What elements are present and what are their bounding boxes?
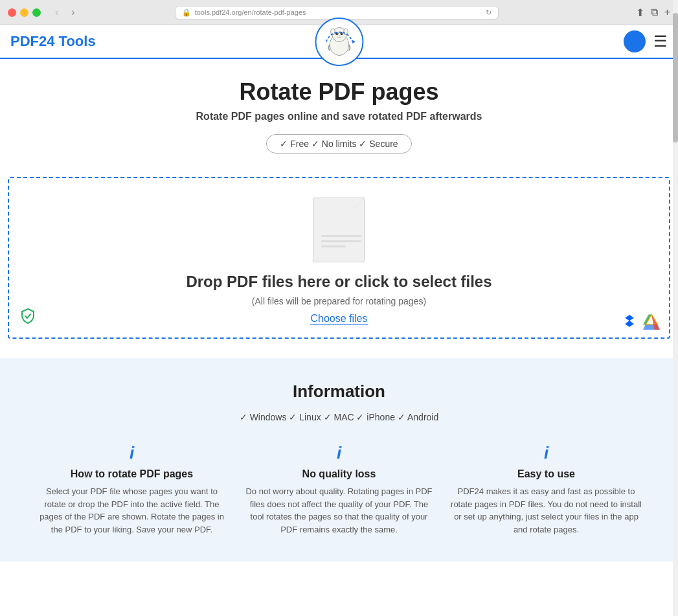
drop-zone-title: Drop PDF files here or click to select f… — [186, 273, 492, 291]
feature-card-quality: i No quality loss Do not worry about qua… — [242, 443, 436, 536]
dropbox-icon[interactable] — [621, 313, 638, 330]
traffic-lights — [8, 8, 41, 17]
info-icon-3: i — [449, 443, 644, 463]
feature-card-easy: i Easy to use PDF24 makes it as easy and… — [449, 443, 644, 536]
platforms: ✓ Windows ✓ Linux ✓ MAC ✓ iPhone ✓ Andro… — [13, 412, 665, 422]
scrollbar-thumb[interactable] — [673, 13, 678, 143]
fullscreen-button[interactable]: ⧉ — [651, 6, 658, 19]
maximize-button[interactable] — [32, 8, 41, 17]
mascot-icon — [321, 24, 357, 60]
feature-card-rotate: i How to rotate PDF pages Select your PD… — [35, 443, 229, 536]
url-text: tools.pdf24.org/en/rotate-pdf-pages — [195, 8, 306, 16]
feature-text-3: PDF24 makes it as easy and fast as possi… — [449, 485, 644, 536]
user-avatar[interactable] — [624, 30, 646, 52]
refresh-icon[interactable]: ↻ — [486, 8, 492, 17]
pdf-file-icon — [310, 191, 368, 262]
svg-marker-14 — [643, 315, 651, 325]
scrollbar-track[interactable] — [673, 0, 678, 562]
close-button[interactable] — [8, 8, 16, 17]
back-button[interactable]: ‹ — [51, 5, 62, 19]
info-title: Information — [13, 382, 665, 402]
feature-text-1: Select your PDF file whose pages you wan… — [35, 485, 229, 536]
page-header: PDF24 Tools — [0, 25, 678, 59]
header-right: ☰ — [624, 30, 668, 52]
new-tab-button[interactable]: + — [664, 6, 670, 19]
svg-marker-12 — [626, 321, 634, 326]
forward-button[interactable]: › — [67, 5, 78, 19]
svg-marker-11 — [626, 315, 634, 321]
security-icon: 🔒 — [182, 8, 191, 17]
google-drive-icon[interactable] — [643, 313, 660, 330]
feature-heading-2: No quality loss — [242, 468, 436, 480]
drop-zone-content: Drop PDF files here or click to select f… — [173, 178, 504, 337]
menu-button[interactable]: ☰ — [653, 32, 668, 51]
svg-marker-9 — [352, 40, 356, 43]
feature-text-2: Do not worry about quality. Rotating pag… — [242, 485, 436, 536]
header-logo-center — [315, 17, 363, 66]
svg-point-8 — [343, 29, 347, 34]
choose-files-link[interactable]: Choose files — [310, 313, 367, 325]
drop-zone-subtitle: (All files will be prepared for rotating… — [186, 296, 492, 306]
hero-section: Rotate PDF pages Rotate PDF pages online… — [0, 59, 678, 166]
minimize-button[interactable] — [20, 8, 28, 17]
info-icon-1: i — [35, 443, 229, 463]
share-button[interactable]: ⬆ — [636, 6, 644, 19]
logo-link[interactable]: PDF24 Tools — [10, 33, 96, 50]
cloud-icons[interactable] — [621, 313, 660, 330]
svg-point-6 — [338, 35, 340, 36]
mascot-logo — [315, 17, 363, 66]
svg-point-4 — [337, 32, 337, 33]
feature-cards: i How to rotate PDF pages Select your PD… — [13, 443, 665, 536]
feature-heading-3: Easy to use — [449, 468, 644, 480]
features-badge: ✓ Free ✓ No limits ✓ Secure — [266, 134, 411, 154]
info-icon-2: i — [242, 443, 436, 463]
feature-heading-1: How to rotate PDF pages — [35, 468, 229, 480]
page-subtitle: Rotate PDF pages online and save rotated… — [13, 111, 665, 122]
drop-zone[interactable]: Drop PDF files here or click to select f… — [8, 177, 670, 339]
svg-point-5 — [341, 32, 342, 33]
shield-icon — [19, 308, 36, 328]
page-title: Rotate PDF pages — [13, 78, 665, 106]
info-section: Information ✓ Windows ✓ Linux ✓ MAC ✓ iP… — [0, 358, 678, 562]
